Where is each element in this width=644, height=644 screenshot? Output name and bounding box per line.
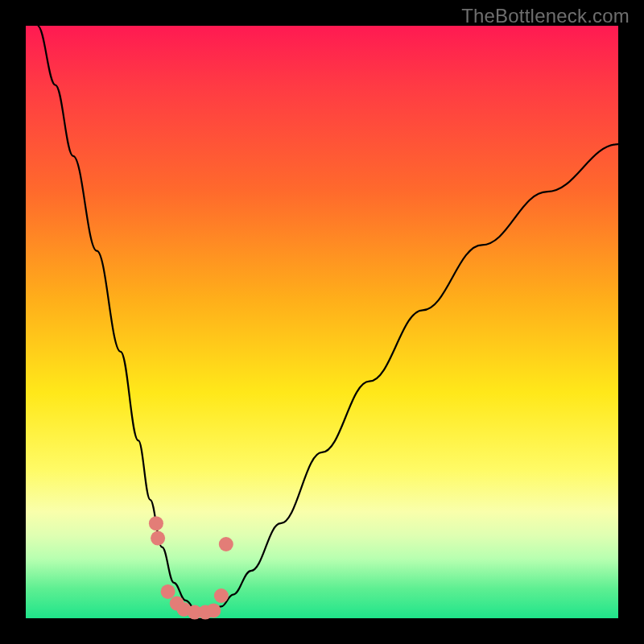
marker-dot (161, 584, 175, 599)
marker-dot (149, 516, 163, 530)
chart-svg (26, 26, 618, 618)
marker-dot (219, 537, 233, 551)
outer-frame: TheBottleneck.com (0, 0, 644, 644)
bottleneck-curve (38, 26, 618, 613)
marker-dot (206, 603, 221, 617)
plot-area (26, 26, 618, 618)
watermark-text: TheBottleneck.com (461, 5, 630, 27)
marker-dot (151, 531, 165, 546)
marker-dot (214, 588, 229, 603)
